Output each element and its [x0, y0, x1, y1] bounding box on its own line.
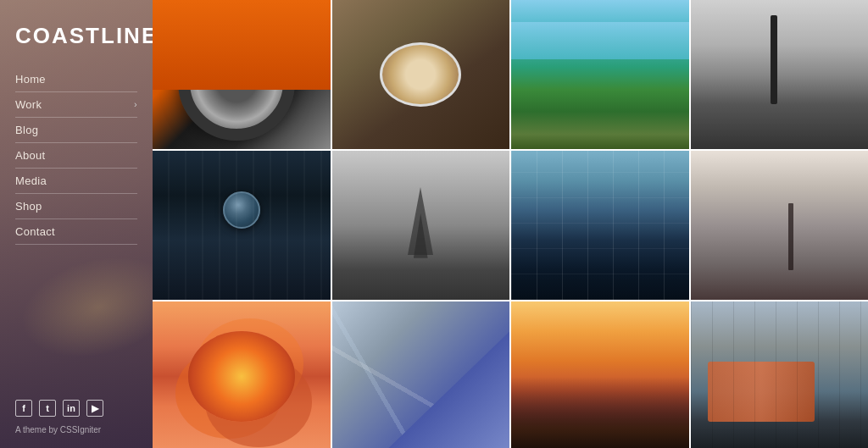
theme-credit: A theme by CSSIgniter: [15, 425, 137, 434]
grid-cell-wooden-door[interactable]: [153, 151, 331, 300]
grid-cell-car-wheel[interactable]: [153, 0, 331, 149]
grid-cell-beach[interactable]: [511, 0, 689, 149]
grid-cell-city-street[interactable]: [691, 0, 869, 149]
social-icons-group: f t in ▶: [15, 400, 137, 422]
photo-grid: [153, 0, 868, 448]
facebook-icon[interactable]: f: [15, 400, 32, 417]
grid-cell-city-tram[interactable]: [691, 301, 869, 448]
nav-work[interactable]: Work ›: [15, 92, 137, 118]
nav-about[interactable]: About: [15, 143, 137, 169]
site-title[interactable]: COASTLINE: [15, 24, 137, 48]
twitter-icon[interactable]: t: [39, 400, 56, 417]
grid-cell-eiffel-tower[interactable]: [332, 151, 510, 300]
grid-cell-guitar-shore[interactable]: [691, 151, 869, 300]
rss-icon[interactable]: ▶: [86, 400, 103, 417]
linkedin-icon[interactable]: in: [63, 400, 80, 417]
grid-cell-sunset-city[interactable]: [511, 301, 689, 448]
grid-cell-architecture[interactable]: [332, 301, 510, 448]
work-submenu-arrow: ›: [134, 99, 137, 109]
nav-contact[interactable]: Contact: [15, 219, 137, 245]
main-navigation: Home Work › Blog About Media Shop Contac…: [15, 67, 137, 245]
grid-cell-macarons[interactable]: [332, 0, 510, 149]
grid-cell-orange-flowers[interactable]: [153, 301, 331, 448]
nav-blog[interactable]: Blog: [15, 118, 137, 143]
nav-shop[interactable]: Shop: [15, 194, 137, 219]
nav-home[interactable]: Home: [15, 67, 137, 92]
sidebar: COASTLINE Home Work › Blog About Media S…: [0, 0, 153, 448]
grid-cell-glass-bridge[interactable]: [511, 151, 689, 300]
sidebar-content: COASTLINE Home Work › Blog About Media S…: [15, 24, 137, 434]
nav-media[interactable]: Media: [15, 169, 137, 194]
